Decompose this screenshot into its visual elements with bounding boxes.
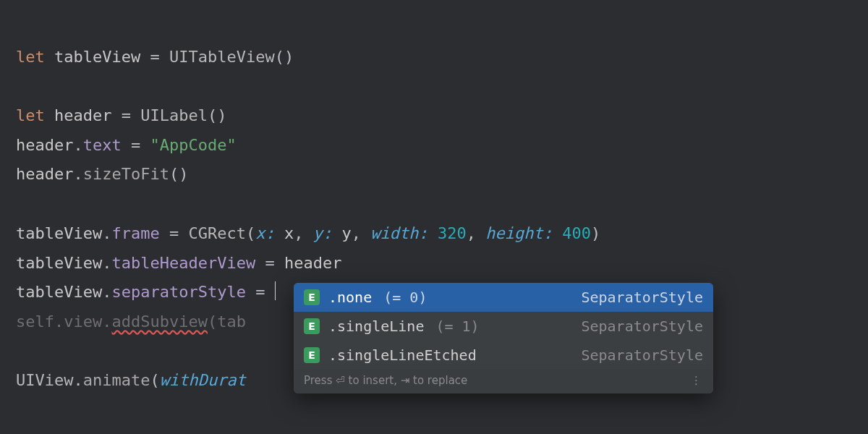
comma: ,	[467, 224, 476, 242]
type: UIView	[16, 371, 73, 389]
completion-name: .singleLine	[328, 319, 424, 333]
number-literal: 320	[438, 224, 467, 242]
completion-popup[interactable]: E.none(= 0)SeparatorStyleE.singleLine(= …	[294, 283, 713, 393]
comma: ,	[294, 224, 303, 242]
arg-label-partial: withDurat	[160, 371, 246, 389]
identifier: header	[16, 136, 73, 154]
arg-value: y	[341, 224, 351, 242]
completion-item[interactable]: E.none(= 0)SeparatorStyle	[294, 283, 713, 312]
identifier: header	[16, 165, 73, 183]
comma: ,	[352, 224, 361, 242]
completion-item[interactable]: E.singleLineEtchedSeparatorStyle	[294, 341, 713, 370]
identifier: header	[54, 106, 111, 124]
completion-type: SeparatorStyle	[581, 348, 703, 362]
paren-close: )	[591, 224, 600, 242]
enum-badge-icon: E	[304, 347, 320, 363]
dot: .	[102, 224, 111, 242]
paren-open: (	[208, 312, 217, 331]
completion-name: .none	[328, 290, 372, 305]
arg-label: width:	[370, 224, 427, 242]
enum-badge-icon: E	[304, 318, 320, 334]
property: tableHeaderView	[111, 254, 255, 272]
dot: .	[73, 371, 82, 389]
arg-value: x	[284, 224, 294, 242]
completion-type: SeparatorStyle	[581, 319, 703, 333]
text-cursor	[275, 281, 276, 300]
completion-type: SeparatorStyle	[581, 290, 703, 305]
property: separatorStyle	[111, 283, 245, 301]
string-literal: "AppCode"	[150, 136, 236, 154]
property: view	[64, 312, 102, 331]
operator: =	[122, 106, 131, 124]
type: CGRect	[188, 224, 245, 242]
identifier: header	[284, 254, 341, 272]
parens: ()	[275, 48, 294, 66]
property: frame	[111, 224, 159, 242]
enum-badge-icon: E	[304, 289, 320, 305]
arg-label: height:	[485, 224, 553, 242]
operator: =	[265, 254, 274, 272]
arg-label: y:	[313, 224, 333, 242]
completion-item[interactable]: E.singleLine(= 1)SeparatorStyle	[294, 312, 713, 341]
completion-value-hint: (= 0)	[383, 290, 427, 305]
code-editor[interactable]: let tableView = UITableView() let header…	[0, 0, 868, 434]
property: text	[83, 136, 122, 154]
operator: =	[150, 48, 159, 66]
paren-open: (	[150, 371, 159, 389]
identifier: tableView	[16, 254, 102, 272]
type: UILabel	[140, 106, 208, 124]
more-icon[interactable]: ⋮	[691, 375, 703, 386]
method-call-error: addSubview	[111, 312, 207, 331]
identifier: tableView	[16, 224, 102, 242]
keyword-self: self	[16, 312, 54, 331]
identifier: tableView	[54, 48, 140, 66]
operator: =	[255, 283, 265, 301]
completion-name: .singleLineEtched	[328, 348, 477, 362]
paren-open: (	[246, 224, 255, 242]
dot: .	[73, 165, 82, 183]
keyword: let	[16, 106, 45, 124]
completion-value-hint: (= 1)	[435, 319, 479, 333]
arg-label: x:	[255, 224, 275, 242]
completion-footer: Press ⏎ to insert, ⇥ to replace ⋮	[294, 370, 713, 393]
operator: =	[169, 224, 179, 242]
dot: .	[102, 283, 111, 301]
dot: .	[54, 312, 64, 331]
dot: .	[102, 254, 111, 272]
method-call: sizeToFit	[83, 165, 169, 183]
dot: .	[102, 312, 111, 331]
keyword: let	[16, 48, 45, 66]
parens: ()	[169, 165, 189, 183]
arg-partial: tab	[217, 312, 246, 331]
operator: =	[131, 136, 140, 154]
parens: ()	[208, 106, 227, 124]
method-call: animate	[83, 371, 150, 389]
completion-hint-text: Press ⏎ to insert, ⇥ to replace	[304, 375, 467, 386]
dot: .	[73, 136, 82, 154]
type: UITableView	[169, 48, 275, 66]
identifier: tableView	[16, 283, 102, 301]
number-literal: 400	[562, 224, 591, 242]
